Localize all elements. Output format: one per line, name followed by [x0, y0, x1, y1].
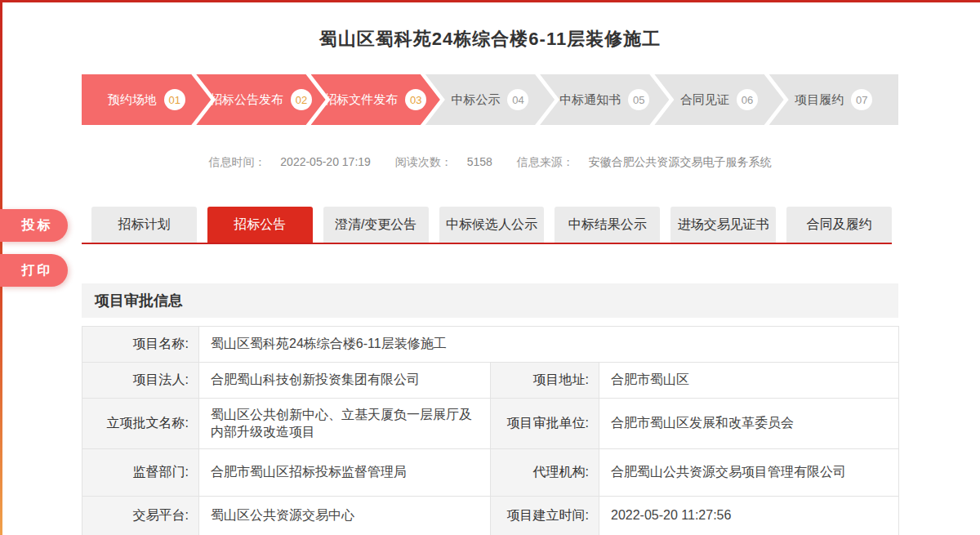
table-row: 项目法人:合肥蜀山科技创新投资集团有限公司项目地址:合肥市蜀山区: [82, 363, 899, 399]
tab-clarify-change[interactable]: 澄清/变更公告: [323, 207, 429, 243]
step-label: 项目履约: [795, 92, 844, 108]
section-header: 项目审批信息: [82, 283, 898, 318]
step-label: 预约场地: [108, 92, 157, 108]
step-number-badge: 07: [851, 89, 872, 110]
field-value: 合肥蜀山科技创新投资集团有限公司: [199, 363, 491, 399]
step-number-badge: 02: [291, 89, 312, 110]
step-label: 招标文件发布: [324, 92, 398, 108]
step-label: 招标公告发布: [210, 92, 283, 108]
table-row: 立项批文名称:蜀山区公共创新中心、立基天厦负一层展厅及内部升级改造项目项目审批单…: [82, 399, 899, 449]
field-label: 项目地址:: [491, 363, 599, 399]
tab-bid-plan[interactable]: 招标计划: [91, 207, 197, 243]
info-source-label: 信息来源：: [517, 155, 574, 168]
info-time-label: 信息时间：: [208, 155, 265, 168]
table-row: 项目名称:蜀山区蜀科苑24栋综合楼6-11层装修施工: [82, 327, 899, 363]
step-number-badge: 03: [405, 89, 426, 110]
info-time-value: 2022-05-20 17:19: [280, 155, 371, 168]
tab-candidate-publicity[interactable]: 中标候选人公示: [439, 207, 545, 243]
step-number-badge: 05: [628, 89, 649, 110]
tab-contract-performance[interactable]: 合同及履约: [786, 207, 892, 243]
step-label: 中标公示: [451, 92, 500, 108]
field-value: 蜀山区公共资源交易中心: [199, 497, 491, 535]
step-number-badge: 01: [164, 89, 185, 110]
field-value: 合肥市蜀山区发展和改革委员会: [599, 399, 899, 449]
field-value: 合肥蜀山公共资源交易项目管理有限公司: [599, 449, 899, 497]
step-win-notice: 中标通知书05: [540, 74, 669, 125]
table-row: 监督部门:合肥市蜀山区招标投标监督管理局代理机构:合肥蜀山公共资源交易项目管理有…: [82, 449, 899, 497]
bidding-detail-page: 蜀山区蜀科苑24栋综合楼6-11层装修施工 预约场地01招标公告发布02招标文件…: [0, 0, 980, 535]
step-reserve-venue: 预约场地01: [82, 74, 211, 125]
page-title: 蜀山区蜀科苑24栋综合楼6-11层装修施工: [0, 27, 980, 51]
field-label: 代理机构:: [491, 449, 599, 497]
field-value: 合肥市蜀山区招标投标监督管理局: [199, 449, 491, 497]
field-value: 2022-05-20 11:27:56: [599, 497, 899, 535]
step-contract-witness: 合同见证06: [654, 74, 783, 125]
tab-entry-witness[interactable]: 进场交易见证书: [670, 207, 776, 243]
field-value: 合肥市蜀山区: [599, 363, 899, 399]
step-win-publicity: 中标公示04: [425, 74, 555, 125]
tab-bar: 招标计划招标公告澄清/变更公告中标候选人公示中标结果公示进场交易见证书合同及履约: [82, 207, 892, 244]
read-count-value: 5158: [467, 155, 492, 168]
step-number-badge: 04: [507, 89, 528, 110]
info-source-value: 安徽合肥公共资源交易电子服务系统: [589, 155, 772, 168]
field-label: 项目名称:: [82, 327, 199, 363]
step-project-performance: 项目履约07: [769, 74, 898, 125]
tab-bid-announcement[interactable]: 招标公告: [207, 207, 313, 243]
table-row: 交易平台:蜀山区公共资源交易中心项目建立时间:2022-05-20 11:27:…: [82, 497, 899, 535]
bid-button[interactable]: 投标: [0, 209, 68, 242]
field-label: 项目法人:: [82, 363, 199, 399]
field-label: 交易平台:: [82, 497, 199, 535]
stepper: 预约场地01招标公告发布02招标文件发布03中标公示04中标通知书05合同见证0…: [82, 74, 898, 125]
project-approval-table: 项目名称:蜀山区蜀科苑24栋综合楼6-11层装修施工项目法人:合肥蜀山科技创新投…: [82, 326, 899, 535]
field-label: 项目审批单位:: [491, 399, 599, 449]
print-button[interactable]: 打印: [0, 254, 68, 287]
step-bid-docs-publish: 招标文件发布03: [311, 74, 440, 125]
meta-info-line: 信息时间： 2022-05-20 17:19 阅读次数： 5158 信息来源： …: [0, 155, 980, 170]
tab-result-publicity[interactable]: 中标结果公示: [555, 207, 660, 243]
step-label: 合同见证: [680, 92, 729, 108]
field-label: 监督部门:: [82, 449, 199, 497]
field-label: 立项批文名称:: [82, 399, 199, 449]
read-count-label: 阅读次数：: [395, 155, 452, 168]
field-label: 项目建立时间:: [491, 497, 599, 535]
step-announcement-publish: 招标公告发布02: [196, 74, 325, 125]
field-value: 蜀山区蜀科苑24栋综合楼6-11层装修施工: [199, 327, 899, 363]
section-title: 项目审批信息: [95, 291, 183, 310]
step-number-badge: 06: [737, 89, 758, 110]
approval-table-body: 项目名称:蜀山区蜀科苑24栋综合楼6-11层装修施工项目法人:合肥蜀山科技创新投…: [82, 327, 899, 535]
field-value: 蜀山区公共创新中心、立基天厦负一层展厅及内部升级改造项目: [199, 399, 491, 449]
step-label: 中标通知书: [559, 92, 621, 108]
